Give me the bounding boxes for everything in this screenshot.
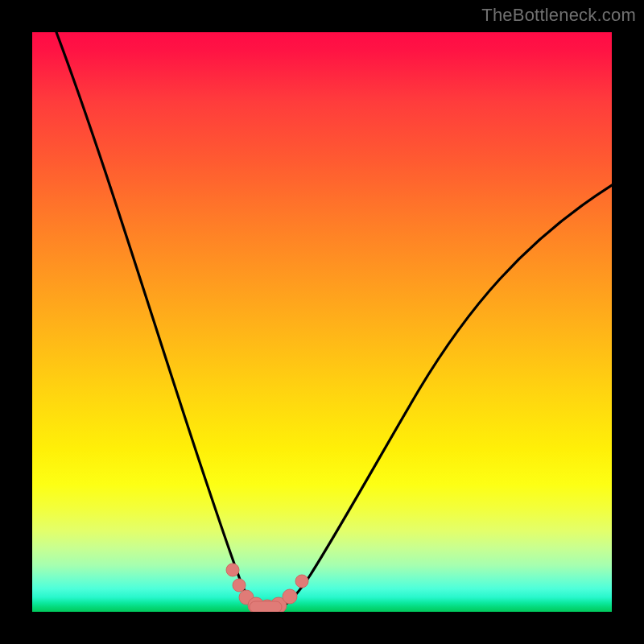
bottleneck-curve — [32, 32, 612, 612]
plot-area — [32, 32, 612, 612]
watermark-text: TheBottleneck.com — [481, 5, 636, 26]
marker-dot — [233, 579, 246, 592]
chart-frame: TheBottleneck.com — [0, 0, 644, 644]
marker-bar — [250, 601, 282, 612]
valley-markers — [226, 564, 308, 612]
marker-dot — [283, 589, 297, 604]
marker-dot — [226, 564, 239, 576]
marker-dot — [295, 575, 308, 588]
curve-path — [56, 32, 612, 610]
